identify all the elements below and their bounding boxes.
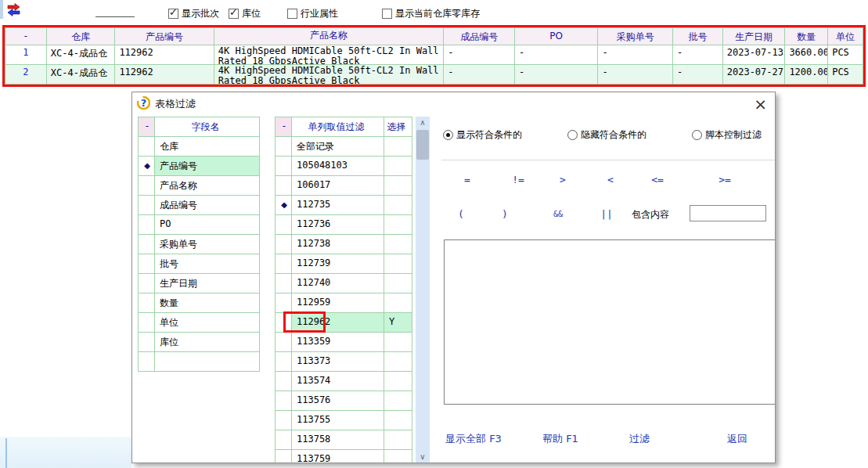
col-header-unit[interactable]: 单位: [828, 28, 863, 45]
value-grid-select-header: 选择: [384, 117, 412, 137]
scrollbar-thumb[interactable]: [416, 130, 429, 160]
swap-arrows-icon[interactable]: [6, 2, 21, 20]
col-header-production-date[interactable]: 生产日期: [723, 28, 786, 45]
cursor-row-marker-icon: ◆: [281, 200, 287, 209]
scroll-down-icon[interactable]: ∨: [416, 451, 430, 463]
field-row[interactable]: 批号: [139, 254, 260, 274]
contains-input[interactable]: [690, 205, 766, 221]
field-row[interactable]: 生产日期: [139, 274, 260, 293]
quick-filter-input[interactable]: [95, 5, 135, 17]
value-row[interactable]: 全部记录: [276, 137, 412, 157]
checkbox-icon[interactable]: [168, 9, 178, 19]
return-button[interactable]: 返回: [727, 432, 747, 446]
value-row-selected[interactable]: 112962 Y: [276, 313, 412, 333]
radio-icon[interactable]: [443, 130, 453, 140]
operator-less[interactable]: <: [607, 174, 614, 185]
operator-open-paren[interactable]: (: [458, 208, 464, 220]
unit-cell: PCS: [828, 64, 863, 84]
checkbox-location[interactable]: 库位: [229, 7, 261, 20]
table-row[interactable]: 2 XC-4-成品仓 112962 4K HighSpeed HDMICable…: [5, 64, 863, 84]
checkbox-show-batch[interactable]: 显示批次: [168, 7, 219, 20]
value-row[interactable]: 112738: [276, 235, 412, 254]
col-header-product-code[interactable]: 产品编号: [115, 28, 214, 45]
field-row[interactable]: 单位: [139, 313, 260, 333]
help-button[interactable]: 帮助 F1: [542, 432, 578, 446]
field-row-selected[interactable]: ◆ 产品编号: [139, 157, 260, 176]
col-header-batch[interactable]: 批号: [673, 28, 723, 45]
contains-label: 包含内容: [632, 208, 669, 221]
value-row[interactable]: 113576: [276, 391, 412, 411]
field-row[interactable]: 成品编号: [139, 196, 260, 215]
radio-script-filter[interactable]: 脚本控制过滤: [692, 128, 762, 142]
field-row[interactable]: 数量: [139, 293, 260, 313]
field-row[interactable]: PO: [139, 215, 260, 235]
svg-text:?: ?: [141, 97, 147, 109]
close-icon[interactable]: ×: [754, 94, 767, 114]
value-row[interactable]: 112959: [276, 293, 412, 313]
checkbox-icon[interactable]: [229, 9, 239, 19]
quantity-cell: 1200.000: [785, 64, 828, 84]
table-row[interactable]: 1 XC-4-成品仓 112962 4K HighSpeed HDMICable…: [5, 45, 863, 64]
value-row[interactable]: 113759: [276, 450, 412, 463]
dialog-titlebar[interactable]: ? 表格过滤 ×: [132, 92, 775, 116]
product-name-cell: 4K HighSpeed HDMICable 50ft-CL2 In Wall …: [214, 64, 445, 84]
operator-greater-equal[interactable]: >=: [719, 174, 731, 185]
checkbox-industry-attr[interactable]: 行业属性: [287, 7, 338, 20]
col-header-po[interactable]: PO: [515, 28, 599, 45]
col-header-purchase-order[interactable]: 采购单号: [598, 28, 673, 45]
field-row[interactable]: 产品名称: [139, 176, 260, 196]
scroll-up-icon[interactable]: ∧: [416, 117, 430, 130]
background-panel-edge: [5, 438, 7, 468]
warehouse-cell: XC-4-成品仓: [47, 64, 116, 84]
value-row[interactable]: 105048103: [276, 157, 412, 176]
table-header-row: - 仓库 产品编号 产品名称 成品编号 PO 采购单号 批号 生产日期 数量 单…: [5, 28, 863, 45]
value-row[interactable]: 112739: [276, 254, 412, 274]
col-header-quantity[interactable]: 数量: [785, 28, 828, 45]
operator-less-equal[interactable]: <=: [651, 174, 664, 185]
value-row[interactable]: 106017: [276, 176, 412, 196]
show-all-button[interactable]: 显示全部 F3: [445, 432, 502, 446]
checkbox-icon[interactable]: [382, 9, 392, 19]
value-row[interactable]: 113574: [276, 372, 412, 391]
value-row[interactable]: 113373: [276, 352, 412, 372]
radio-hide-matching[interactable]: 隐藏符合条件的: [567, 128, 646, 142]
col-header-product-name[interactable]: 产品名称: [214, 28, 445, 45]
value-row[interactable]: 112736: [276, 215, 412, 235]
field-row[interactable]: 采购单号: [139, 235, 260, 254]
dialog-title: 表格过滤: [155, 97, 196, 111]
operator-not-equals[interactable]: !=: [512, 174, 524, 185]
col-header-index[interactable]: -: [5, 28, 47, 45]
operator-equals[interactable]: =: [464, 174, 470, 185]
field-row[interactable]: [139, 352, 260, 372]
value-row[interactable]: 113359: [276, 333, 412, 352]
radio-show-matching[interactable]: 显示符合条件的: [443, 128, 522, 142]
value-row[interactable]: 113758: [276, 430, 412, 450]
selected-row-marker-icon: ◆: [144, 161, 150, 170]
radio-icon[interactable]: [692, 130, 702, 140]
production-date-cell: 2023-07-27: [723, 64, 786, 84]
operator-greater[interactable]: >: [560, 174, 566, 185]
filter-button[interactable]: 过滤: [629, 432, 650, 446]
field-grid-corner-header: -: [139, 117, 155, 137]
operator-or[interactable]: ||: [600, 208, 613, 220]
checkbox-show-zero-stock[interactable]: 显示当前仓库零库存: [382, 7, 480, 20]
value-row[interactable]: 112740: [276, 274, 412, 293]
operator-close-paren[interactable]: ): [502, 208, 508, 220]
operator-and[interactable]: &&: [553, 210, 563, 218]
product-code-cell: 112962: [115, 64, 214, 84]
radio-icon[interactable]: [567, 130, 578, 140]
col-header-warehouse[interactable]: 仓库: [47, 28, 116, 45]
field-row[interactable]: 库位: [139, 333, 260, 352]
quantity-cell: 3660.000: [785, 45, 828, 64]
value-row[interactable]: 113755: [276, 411, 412, 430]
value-filter-grid: - 单列取值过滤 选择 全部记录 105048103 106017 ◆ 1127…: [275, 117, 412, 463]
filter-mode-radios: 显示符合条件的 隐藏符合条件的 脚本控制过滤: [443, 128, 762, 142]
batch-cell: -: [673, 64, 723, 84]
field-row[interactable]: 仓库: [139, 137, 260, 157]
value-grid-scrollbar[interactable]: ∧ ∨: [416, 117, 430, 463]
filter-expression-textarea[interactable]: [444, 239, 776, 405]
value-row-cursor[interactable]: ◆ 112735: [276, 196, 412, 215]
dialog-help-icon: ?: [137, 96, 150, 112]
checkbox-icon[interactable]: [287, 9, 297, 19]
col-header-finished-code[interactable]: 成品编号: [444, 28, 515, 45]
